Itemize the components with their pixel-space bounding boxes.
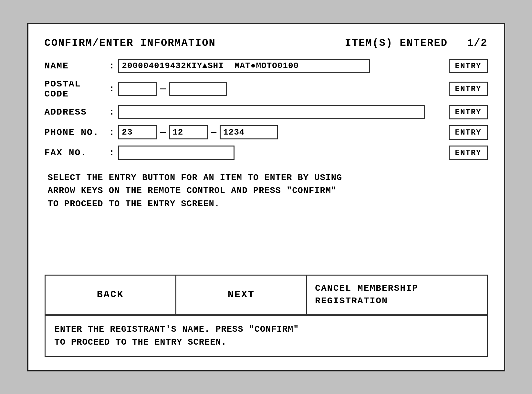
phone-dash-2: — <box>210 127 218 137</box>
info-box: ENTER THE REGISTRANT'S NAME. PRESS "CONF… <box>45 315 488 357</box>
postal-group: — <box>118 82 227 96</box>
back-button[interactable]: BACK <box>46 276 176 314</box>
fax-row: FAX NO. : ENTRY <box>45 146 488 160</box>
button-row: BACK NEXT CANCEL MEMBERSHIP REGISTRATION <box>45 275 488 315</box>
cancel-line1: CANCEL MEMBERSHIP <box>315 283 418 293</box>
address-entry-button[interactable]: ENTRY <box>449 105 487 119</box>
items-entered-label: ITEM(S) ENTERED <box>345 37 448 49</box>
phone-input-2[interactable] <box>169 125 208 139</box>
fax-entry-button[interactable]: ENTRY <box>449 146 487 160</box>
form-section: NAME : ENTRY POSTAL CODE : — ENTRY ADDRE… <box>45 59 488 160</box>
phone-input-1[interactable] <box>118 125 157 139</box>
instruction-line3: TO PROCEED TO THE ENTRY SCREEN. <box>48 197 485 211</box>
cancel-membership-button[interactable]: CANCEL MEMBERSHIP REGISTRATION <box>307 276 486 314</box>
postal-code-label: POSTAL CODE <box>45 79 109 99</box>
address-colon: : <box>109 107 115 117</box>
name-input[interactable] <box>118 59 370 73</box>
phone-group: — — <box>118 125 278 139</box>
phone-row: PHONE NO. : — — ENTRY <box>45 125 488 140</box>
instruction-line1: SELECT THE ENTRY BUTTON FOR AN ITEM TO E… <box>48 171 485 185</box>
phone-label: PHONE NO. <box>45 127 109 137</box>
postal-colon: : <box>109 84 115 94</box>
header-row: CONFIRM/ENTER INFORMATION ITEM(S) ENTERE… <box>45 37 488 49</box>
main-screen: CONFIRM/ENTER INFORMATION ITEM(S) ENTERE… <box>27 23 505 371</box>
address-label: ADDRESS <box>45 107 109 117</box>
name-label: NAME <box>45 61 109 71</box>
name-colon: : <box>109 61 115 71</box>
phone-entry-button[interactable]: ENTRY <box>449 125 487 140</box>
instruction-box: SELECT THE ENTRY BUTTON FOR AN ITEM TO E… <box>45 171 488 211</box>
address-input[interactable] <box>118 105 425 119</box>
fax-label: FAX NO. <box>45 148 109 158</box>
phone-colon: : <box>109 127 115 137</box>
fax-colon: : <box>109 148 115 158</box>
instruction-line2: ARROW KEYS ON THE REMOTE CONTROL AND PRE… <box>48 184 485 197</box>
postal-dash: — <box>159 84 167 94</box>
phone-dash-1: — <box>159 127 167 137</box>
next-button[interactable]: NEXT <box>176 276 307 314</box>
info-line2: TO PROCEED TO THE ENTRY SCREEN. <box>55 336 478 349</box>
page-indicator: 1/2 <box>467 37 488 49</box>
postal-input-2[interactable] <box>169 82 227 96</box>
name-entry-button[interactable]: ENTRY <box>449 59 487 73</box>
address-row: ADDRESS : ENTRY <box>45 105 488 119</box>
cancel-line2: REGISTRATION <box>315 296 388 306</box>
phone-input-3[interactable] <box>220 125 278 139</box>
postal-entry-button[interactable]: ENTRY <box>449 82 487 96</box>
name-row: NAME : ENTRY <box>45 59 488 73</box>
postal-input-1[interactable] <box>118 82 157 96</box>
header-title: CONFIRM/ENTER INFORMATION <box>45 37 216 49</box>
postal-code-row: POSTAL CODE : — ENTRY <box>45 79 488 99</box>
info-line1: ENTER THE REGISTRANT'S NAME. PRESS "CONF… <box>55 323 478 336</box>
fax-input[interactable] <box>118 146 235 160</box>
